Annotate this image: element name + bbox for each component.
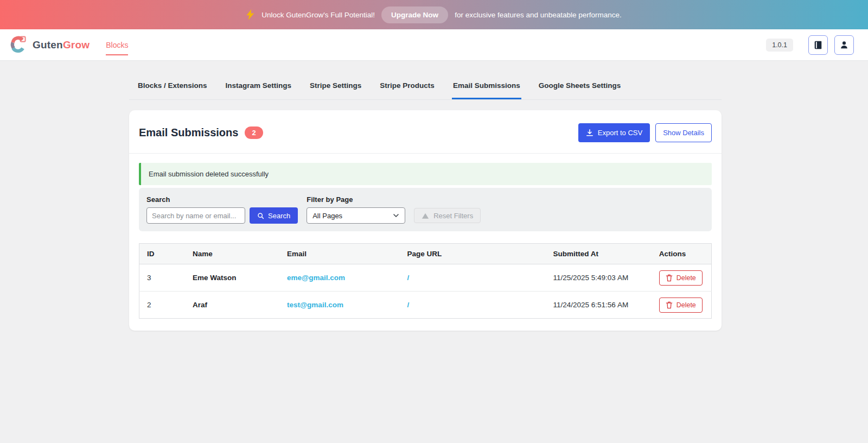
email-link[interactable]: eme@gmail.com: [287, 274, 345, 282]
card-header: Email Submissions 2 Export to CSV Show D…: [129, 110, 722, 154]
show-details-button[interactable]: Show Details: [655, 123, 712, 142]
search-button[interactable]: Search: [250, 207, 298, 224]
search-input[interactable]: [146, 207, 245, 224]
brand-logo: GutenGrow: [9, 35, 90, 55]
book-icon: [813, 40, 823, 50]
search-label: Search: [146, 195, 298, 204]
page-url-link[interactable]: /: [407, 274, 410, 282]
page-filter-group: Filter by Page All Pages Res: [307, 195, 481, 224]
trash-icon: [666, 274, 673, 282]
tab-email-submissions[interactable]: Email Submissions: [452, 81, 521, 99]
person-icon: [839, 40, 849, 50]
page-filter-select[interactable]: All Pages: [307, 207, 405, 224]
tab-bar: Blocks / Extensions Instagram Settings S…: [129, 81, 722, 100]
email-submissions-card: Email Submissions 2 Export to CSV Show D…: [129, 110, 722, 331]
gutengrow-logo-icon: [9, 35, 28, 55]
tab-google-sheets-settings[interactable]: Google Sheets Settings: [538, 81, 622, 99]
brand-name: GutenGrow: [33, 39, 90, 51]
col-header-page-url: Page URL: [400, 244, 546, 264]
success-notice: Email submission deleted successfully: [139, 163, 712, 185]
docs-button[interactable]: [808, 35, 828, 55]
tab-stripe-products[interactable]: Stripe Products: [379, 81, 436, 99]
top-header: GutenGrow Blocks 1.0.1: [0, 29, 868, 61]
email-link[interactable]: test@gmail.com: [287, 301, 343, 309]
col-header-submitted-at: Submitted At: [546, 244, 652, 264]
cell-name: Araf: [185, 292, 279, 319]
main-content: Blocks / Extensions Instagram Settings S…: [129, 61, 722, 331]
cell-id: 3: [139, 264, 185, 292]
tab-instagram-settings[interactable]: Instagram Settings: [225, 81, 293, 99]
download-icon: [586, 129, 593, 137]
page-filter-value: All Pages: [312, 212, 342, 220]
col-header-email: Email: [279, 244, 400, 264]
submissions-table: ID Name Email Page URL Submitted At Acti…: [139, 243, 712, 319]
success-notice-text: Email submission deleted successfully: [149, 170, 269, 178]
export-to-csv-button[interactable]: Export to CSV: [578, 123, 650, 142]
cell-id: 2: [139, 292, 185, 319]
trash-icon: [666, 301, 673, 309]
cell-name: Eme Watson: [185, 264, 279, 292]
search-filter-group: Search Search: [146, 195, 298, 224]
chevron-down-icon: [393, 212, 399, 219]
warning-triangle-icon: [422, 212, 429, 219]
banner-message: Unlock GutenGrow's Full Potential!: [261, 11, 375, 19]
lightning-bolt-icon: [246, 9, 255, 20]
upgrade-now-button[interactable]: Upgrade Now: [381, 7, 448, 23]
magnifier-icon: [257, 212, 264, 219]
filter-by-page-label: Filter by Page: [307, 195, 481, 204]
col-header-actions: Actions: [652, 244, 712, 264]
page-title: Email Submissions: [139, 126, 238, 139]
col-header-id: ID: [139, 244, 185, 264]
table-row: 2 Araf test@gmail.com / 11/24/2025 6:51:…: [139, 292, 712, 319]
version-badge: 1.0.1: [766, 39, 793, 52]
tab-stripe-settings[interactable]: Stripe Settings: [309, 81, 362, 99]
reset-filters-button[interactable]: Reset Filters: [414, 208, 481, 223]
page-url-link[interactable]: /: [407, 301, 410, 309]
tab-blocks-extensions[interactable]: Blocks / Extensions: [137, 81, 208, 99]
filter-bar: Search Search Filter by Page: [139, 188, 712, 231]
delete-button[interactable]: Delete: [659, 270, 703, 286]
account-button[interactable]: [834, 35, 854, 55]
delete-button[interactable]: Delete: [659, 298, 703, 313]
cell-submitted-at: 11/24/2025 6:51:56 AM: [546, 292, 652, 319]
banner-suffix: for exclusive features and unbeatable pe…: [455, 11, 622, 19]
col-header-name: Name: [185, 244, 279, 264]
submission-count-badge: 2: [245, 126, 263, 139]
nav-item-blocks[interactable]: Blocks: [106, 41, 128, 55]
table-row: 3 Eme Watson eme@gmail.com / 11/25/2025 …: [139, 264, 712, 292]
top-nav: Blocks: [106, 41, 128, 49]
promo-banner: Unlock GutenGrow's Full Potential! Upgra…: [0, 0, 868, 29]
table-header-row: ID Name Email Page URL Submitted At Acti…: [139, 244, 712, 264]
cell-submitted-at: 11/25/2025 5:49:03 AM: [546, 264, 652, 292]
